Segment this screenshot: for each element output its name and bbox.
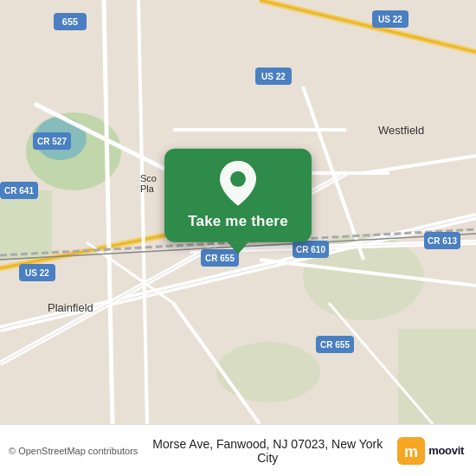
svg-text:Sco: Sco	[140, 173, 157, 183]
popup-arrow	[228, 242, 248, 254]
moovit-icon: m	[397, 437, 425, 465]
svg-rect-3	[0, 190, 52, 260]
svg-rect-6	[398, 329, 476, 424]
svg-text:US 22: US 22	[261, 72, 286, 81]
svg-text:m: m	[404, 443, 418, 460]
svg-text:US 22: US 22	[378, 15, 402, 24]
svg-text:CR 655: CR 655	[205, 254, 235, 263]
map-pin-icon	[220, 161, 256, 206]
svg-text:Plainfield: Plainfield	[48, 301, 93, 314]
svg-text:US 22: US 22	[25, 268, 49, 278]
moovit-brand-text: moovit	[428, 444, 464, 457]
address-text: Morse Ave, Fanwood, NJ 07023, New York C…	[138, 437, 397, 465]
moovit-logo: m moovit	[397, 437, 464, 465]
svg-text:Westfield: Westfield	[378, 124, 424, 137]
svg-text:CR 655: CR 655	[320, 340, 350, 350]
svg-text:655: 655	[62, 16, 78, 27]
svg-text:CR 527: CR 527	[37, 137, 67, 146]
copyright-text: © OpenStreetMap contributors	[9, 446, 138, 456]
popup-card: Take me there	[164, 149, 312, 242]
location-popup: Take me there	[164, 149, 312, 254]
bottom-bar: © OpenStreetMap contributors Morse Ave, …	[0, 424, 476, 476]
svg-text:CR 641: CR 641	[4, 186, 34, 196]
svg-text:Pla: Pla	[140, 183, 155, 194]
take-me-there-button[interactable]: Take me there	[188, 213, 288, 230]
svg-text:CR 613: CR 613	[428, 236, 457, 246]
svg-point-5	[216, 342, 320, 402]
map-area: 655 US 22 US 22 CR 527 CR 641 US 22 CR 6…	[0, 0, 476, 424]
svg-point-54	[230, 171, 246, 187]
